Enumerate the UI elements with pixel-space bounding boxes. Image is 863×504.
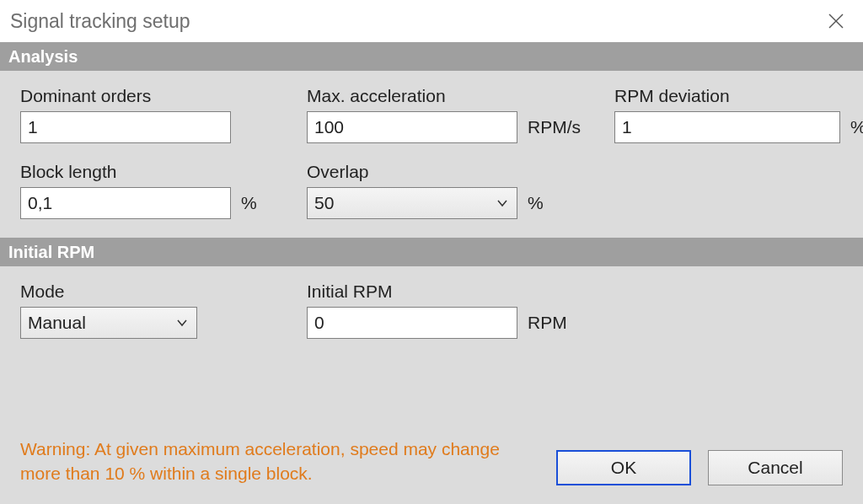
- max-acceleration-label: Max. acceleration: [307, 86, 581, 106]
- dominant-orders-input[interactable]: [20, 111, 231, 143]
- initial-rpm-section-body: Mode Manual Initial RPM RPM: [0, 266, 863, 357]
- dialog-title: Signal tracking setup: [10, 10, 190, 33]
- initial-rpm-field: Initial RPM RPM: [307, 281, 576, 339]
- analysis-section-header: Analysis: [0, 42, 863, 71]
- mode-select-value: Manual: [28, 313, 86, 333]
- block-length-unit: %: [241, 193, 257, 213]
- initial-rpm-unit: RPM: [528, 313, 567, 333]
- rpm-deviation-unit: %: [850, 117, 863, 137]
- warning-text: Warning: At given maximum acceleration, …: [20, 437, 509, 485]
- overlap-label: Overlap: [307, 162, 576, 182]
- cancel-button[interactable]: Cancel: [708, 450, 843, 485]
- x-icon: [828, 13, 844, 29]
- max-acceleration-unit: RPM/s: [528, 117, 581, 137]
- title-bar: Signal tracking setup: [0, 0, 863, 42]
- dominant-orders-field: Dominant orders: [20, 86, 273, 143]
- ok-button[interactable]: OK: [556, 450, 691, 485]
- block-length-field: Block length %: [20, 162, 273, 219]
- initial-rpm-label: Initial RPM: [307, 281, 576, 302]
- initial-rpm-input[interactable]: [307, 307, 517, 339]
- overlap-select[interactable]: 50: [307, 187, 517, 219]
- chevron-down-icon: [176, 317, 188, 329]
- footer-area: Warning: At given maximum acceleration, …: [0, 357, 863, 504]
- mode-field: Mode Manual: [20, 281, 273, 339]
- analysis-section-body: Dominant orders Max. acceleration RPM/s …: [0, 71, 863, 238]
- block-length-input[interactable]: [20, 187, 231, 219]
- mode-select[interactable]: Manual: [20, 307, 197, 339]
- block-length-label: Block length: [20, 162, 273, 182]
- rpm-deviation-field: RPM deviation %: [614, 86, 863, 143]
- signal-tracking-setup-dialog: Signal tracking setup Analysis Dominant …: [0, 0, 863, 504]
- mode-label: Mode: [20, 281, 273, 302]
- close-icon[interactable]: [816, 1, 856, 41]
- initial-rpm-section-header: Initial RPM: [0, 238, 863, 266]
- chevron-down-icon: [496, 197, 508, 209]
- max-acceleration-input[interactable]: [307, 111, 517, 143]
- rpm-deviation-label: RPM deviation: [614, 86, 863, 106]
- overlap-field: Overlap 50 %: [307, 162, 576, 219]
- dialog-buttons: OK Cancel: [556, 450, 843, 485]
- max-acceleration-field: Max. acceleration RPM/s: [307, 86, 581, 143]
- overlap-unit: %: [528, 193, 544, 213]
- rpm-deviation-input[interactable]: [614, 111, 840, 143]
- dominant-orders-label: Dominant orders: [20, 86, 273, 106]
- overlap-select-value: 50: [314, 193, 334, 213]
